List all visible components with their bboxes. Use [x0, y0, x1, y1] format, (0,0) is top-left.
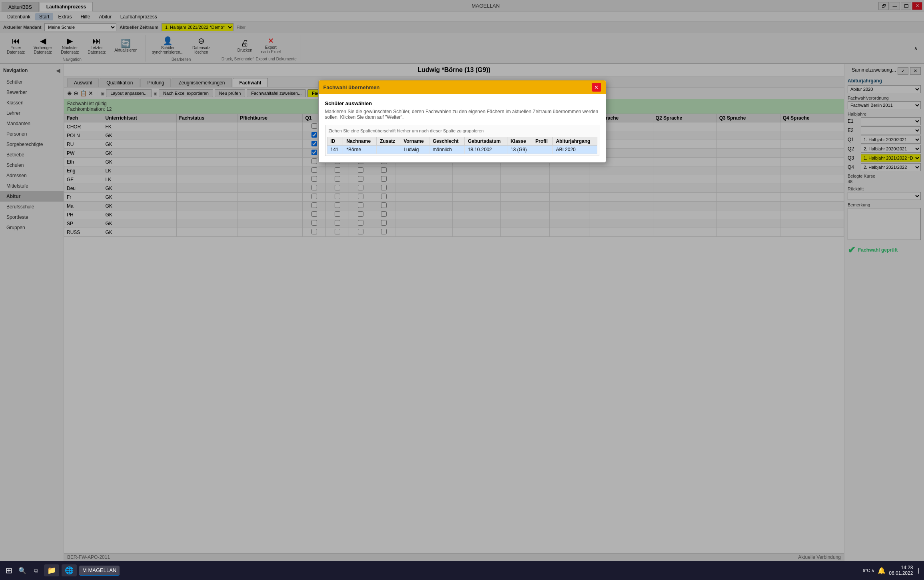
modal-fachwahl-uebernehmen: Fachwahl übernehmen ✕ Schüler auswählen … — [318, 80, 606, 163]
taskbar-show-desktop[interactable]: | — [916, 567, 921, 574]
modal-cell-zusatz — [377, 146, 400, 154]
modal-col-geschlecht[interactable]: Geschlecht — [429, 137, 465, 146]
start-button[interactable]: ⊞ — [3, 565, 14, 576]
taskbar-time: 14:28 — [889, 565, 913, 570]
modal-col-profil[interactable]: Profil — [532, 137, 553, 146]
modal-cell-nachname: *Börne — [343, 146, 377, 154]
modal-description: Markieren Sie die gewünschten Schüler, d… — [325, 109, 599, 120]
search-taskbar-icon[interactable]: 🔍 — [17, 565, 28, 576]
taskbar: ⊞ 🔍 ⧉ 📁 🌐 M MAGELLAN 6°C ∧ 🔔 14:28 06.01… — [0, 561, 924, 580]
taskbar-magellan[interactable]: M MAGELLAN — [79, 566, 120, 576]
modal-cell-geschlecht: männlich — [429, 146, 465, 154]
taskbar-browser[interactable]: 🌐 — [62, 564, 77, 576]
modal-group-hint: Ziehen Sie eine Spaltenüberschrift hierh… — [327, 127, 597, 135]
modal-col-geburtsdatum[interactable]: Geburtsdatum — [465, 137, 507, 146]
modal-col-abiturjahrgang[interactable]: Abiturjahrgang — [553, 137, 597, 146]
taskbar-clock: 14:28 06.01.2022 — [889, 565, 913, 576]
modal-cell-vorname: Ludwig — [400, 146, 429, 154]
modal-schueler-table: ID Nachname Zusatz Vorname Geschlecht Ge… — [327, 137, 597, 154]
taskbar-notifications[interactable]: 🔔 — [878, 567, 886, 574]
modal-col-nachname[interactable]: Nachname — [343, 137, 377, 146]
modal-col-klasse[interactable]: Klasse — [507, 137, 532, 146]
modal-table-row[interactable]: 141 *Börne Ludwig männlich 18.10.2002 13… — [327, 146, 597, 154]
modal-cell-geburtsdatum: 18.10.2002 — [465, 146, 507, 154]
taskbar-right-area: 6°C ∧ 🔔 14:28 06.01.2022 | — [863, 565, 921, 576]
modal-close-btn[interactable]: ✕ — [592, 83, 601, 92]
modal-body: Schüler auswählen Markieren Sie die gewü… — [319, 94, 606, 162]
modal-subtitle: Schüler auswählen — [325, 100, 599, 106]
modal-title: Fachwahl übernehmen — [323, 84, 380, 90]
modal-header: Fachwahl übernehmen ✕ — [319, 80, 606, 94]
taskview-icon[interactable]: ⧉ — [30, 565, 42, 576]
modal-col-vorname[interactable]: Vorname — [400, 137, 429, 146]
taskbar-file-explorer[interactable]: 📁 — [44, 564, 59, 576]
modal-cell-id: 141 — [327, 146, 343, 154]
modal-col-id[interactable]: ID — [327, 137, 343, 146]
modal-cell-abiturjahrgang: ABI 2020 — [553, 146, 597, 154]
taskbar-temp: 6°C ∧ — [863, 568, 875, 573]
modal-cell-profil — [532, 146, 553, 154]
modal-col-zusatz[interactable]: Zusatz — [377, 137, 400, 146]
modal-overlay: Fachwahl übernehmen ✕ Schüler auswählen … — [0, 0, 924, 580]
modal-cell-klasse: 13 (G9) — [507, 146, 532, 154]
taskbar-date: 06.01.2022 — [889, 570, 913, 576]
modal-table-area: Ziehen Sie eine Spaltenüberschrift hierh… — [325, 125, 599, 156]
